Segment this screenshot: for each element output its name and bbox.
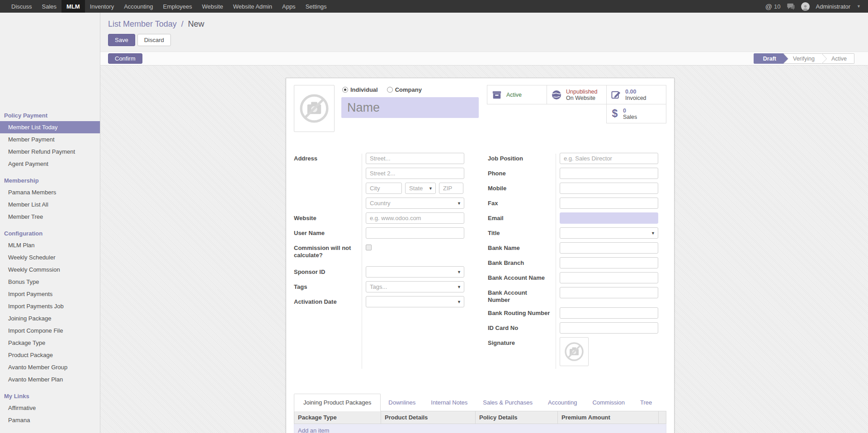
sidebar-item-avanto-member-plan[interactable]: Avanto Member Plan	[0, 373, 100, 386]
bank-account-name-input[interactable]	[560, 272, 658, 283]
member-photo-uploader[interactable]	[294, 85, 335, 132]
activation-date-input[interactable]	[366, 296, 464, 307]
radio-individual-control[interactable]	[342, 87, 348, 93]
title-select[interactable]: ▼	[560, 227, 658, 239]
state-select-input[interactable]	[405, 183, 436, 194]
sidebar-item-affirmative[interactable]: Affirmative	[0, 402, 100, 414]
state-select[interactable]: ▼	[405, 183, 436, 194]
tab-accounting[interactable]: Accounting	[540, 394, 585, 411]
sidebar-item-member-tree[interactable]: Member Tree	[0, 211, 100, 223]
website-input[interactable]	[366, 212, 464, 224]
street-input[interactable]	[366, 153, 464, 164]
radio-company[interactable]: Company	[387, 86, 422, 93]
sidebar-item-weekly-scheduler[interactable]: Weekly Scheduler	[0, 251, 100, 264]
name-input[interactable]	[341, 97, 479, 118]
phone-input[interactable]	[560, 168, 658, 179]
menu-website[interactable]: Website	[197, 0, 228, 13]
tab-joining-product-packages[interactable]: Joining Product Packages	[294, 394, 381, 411]
tags-label: Tags	[294, 281, 362, 292]
tab-internal-notes[interactable]: Internal Notes	[423, 394, 475, 411]
bank-account-number-input[interactable]	[560, 287, 658, 298]
tags-input[interactable]	[366, 281, 464, 292]
sidebar-item-bonus-type[interactable]: Bonus Type	[0, 276, 100, 288]
sidebar-item-weekly-commssion[interactable]: Weekly Commssion	[0, 264, 100, 276]
sidebar-item-import-compone-file[interactable]: Import Compone File	[0, 325, 100, 337]
sidebar-item-import-payments-job[interactable]: Import Payments Job	[0, 300, 100, 312]
zip-input[interactable]	[439, 183, 463, 194]
bank-branch-input[interactable]	[560, 257, 658, 268]
state-step-active[interactable]: Active	[822, 53, 854, 64]
sidebar-item-pamana-members[interactable]: Pamana Members	[0, 186, 100, 198]
bank-routing-number-input[interactable]	[560, 307, 658, 319]
menu-accounting[interactable]: Accounting	[119, 0, 158, 13]
breadcrumb-parent-link[interactable]: List Member Today	[108, 19, 177, 28]
sidebar-item-member-payment[interactable]: Member Payment	[0, 133, 100, 146]
menu-mlm[interactable]: MLM	[61, 0, 85, 13]
sidebar-item-avanto-member-group[interactable]: Avanto Member Group	[0, 361, 100, 373]
state-step-verifying[interactable]: Verifying	[784, 53, 822, 64]
mention-counter[interactable]: @ 10	[765, 3, 781, 10]
sidebar-item-member-list-all[interactable]: Member List All	[0, 198, 100, 211]
bank-branch-label: Bank Branch	[488, 257, 556, 268]
navbar-right: @ 10 Administrator ▼	[765, 0, 868, 13]
radio-individual[interactable]: Individual	[342, 86, 378, 93]
sidebar-item-member-list-today[interactable]: Member List Today	[0, 121, 100, 133]
city-input[interactable]	[366, 183, 402, 194]
sidebar-item-package-type[interactable]: Package Type	[0, 337, 100, 349]
invoiced-stat-button[interactable]: 0.00 Invoiced	[606, 85, 666, 104]
tags-select[interactable]: ▼	[366, 281, 464, 292]
save-button[interactable]: Save	[108, 34, 135, 46]
sidebar-item-member-refund-payment[interactable]: Member Refund Payment	[0, 146, 100, 158]
sidebar-item-agent-payment[interactable]: Agent Payment	[0, 158, 100, 170]
country-select[interactable]: ▼	[366, 198, 464, 209]
sidebar-item-import-payments[interactable]: Import Payments	[0, 288, 100, 300]
discard-button[interactable]: Discard	[137, 34, 171, 46]
bank-account-name-field-row: Bank Account Name	[488, 272, 666, 283]
website-label: Website	[294, 212, 362, 224]
title-input[interactable]	[560, 227, 658, 239]
bank-routing-field-row: Bank Routing Number	[488, 307, 666, 319]
menu-inventory[interactable]: Inventory	[85, 0, 119, 13]
tab-commission[interactable]: Commission	[585, 394, 632, 411]
tab-tree[interactable]: Tree	[632, 394, 660, 411]
menu-sales[interactable]: Sales	[37, 0, 62, 13]
menu-settings[interactable]: Settings	[301, 0, 332, 13]
radio-company-control[interactable]	[387, 87, 393, 93]
confirm-button[interactable]: Confirm	[108, 53, 142, 64]
active-toggle-button[interactable]: Active	[487, 85, 547, 104]
email-input[interactable]	[560, 212, 658, 224]
menu-apps[interactable]: Apps	[277, 0, 301, 13]
add-an-item-link[interactable]: Add an item	[298, 427, 329, 433]
tab-sales-purchases[interactable]: Sales & Purchases	[475, 394, 540, 411]
tags-field-row: Tags ▼	[294, 281, 472, 292]
messages-icon[interactable]	[787, 3, 795, 10]
commission-checkbox[interactable]	[366, 245, 372, 250]
bank-name-input[interactable]	[560, 242, 658, 254]
website-publish-button[interactable]: Unpublished On Website	[547, 85, 607, 104]
state-step-draft[interactable]: Draft	[754, 53, 784, 64]
id-card-no-input[interactable]	[560, 322, 658, 334]
username-input[interactable]	[366, 227, 464, 239]
signature-uploader[interactable]	[560, 337, 589, 366]
user-avatar[interactable]	[801, 2, 810, 11]
tab-downlines[interactable]: Downlines	[381, 394, 423, 411]
user-menu[interactable]: Administrator	[816, 3, 851, 10]
menu-website-admin[interactable]: Website Admin	[228, 0, 277, 13]
sidebar-item-product-package[interactable]: Product Package	[0, 349, 100, 361]
menu-employees[interactable]: Employees	[158, 0, 197, 13]
sidebar-item-pamana[interactable]: Pamana	[0, 414, 100, 426]
sales-stat-button[interactable]: $ 0 Sales	[606, 104, 666, 123]
country-select-input[interactable]	[366, 198, 464, 209]
sidebar-item-joining-package[interactable]: Joining Package	[0, 312, 100, 325]
sponsor-id-input[interactable]	[366, 266, 464, 278]
fax-input[interactable]	[560, 198, 658, 209]
sponsor-id-select[interactable]: ▼	[366, 266, 464, 278]
sidebar-item-mlm-plan[interactable]: MLM Plan	[0, 239, 100, 251]
sidebar-section-title: My Links	[0, 390, 100, 402]
menu-discuss[interactable]: Discuss	[6, 0, 37, 13]
job-position-input[interactable]	[560, 153, 658, 164]
mobile-input[interactable]	[560, 183, 658, 194]
form-left-column: Address ▼	[294, 153, 472, 370]
street2-input[interactable]	[366, 168, 464, 179]
activation-date-select[interactable]: ▼	[366, 296, 464, 307]
